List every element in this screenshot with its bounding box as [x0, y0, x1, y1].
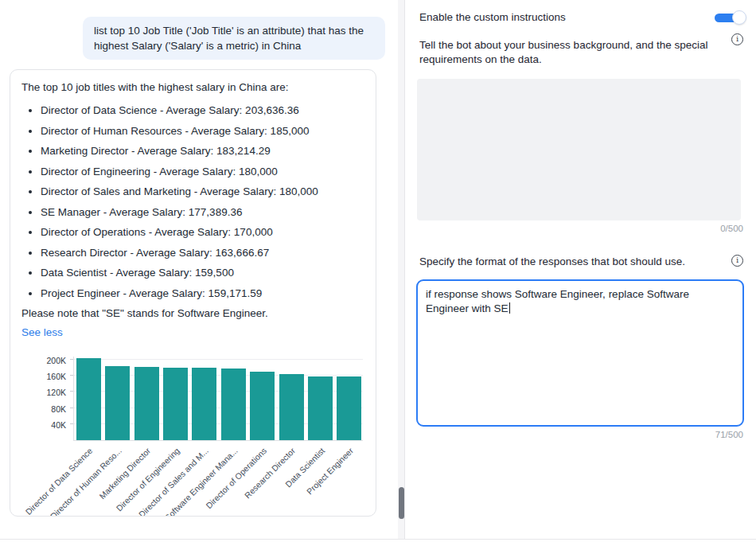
format-counter: 71/500: [417, 430, 743, 439]
response-note: Please note that "SE" stands for Softwar…: [21, 306, 364, 321]
list-item: Project Engineer - Average Salary: 159,1…: [41, 287, 364, 300]
chart-y-axis: 40K80K120K160K200K: [21, 357, 73, 441]
response-intro: The top 10 job titles with the highest s…: [21, 80, 364, 95]
list-item: Research Director - Average Salary: 163,…: [41, 246, 364, 259]
y-axis-tick-label: 200K: [46, 356, 66, 365]
list-item: Director of Data Science - Average Salar…: [41, 103, 364, 117]
bar[interactable]: [337, 376, 361, 440]
bar[interactable]: [192, 368, 216, 440]
x-axis-label: Research Director: [243, 446, 297, 500]
custom-instructions-panel: Enable the custom instructions Tell the …: [406, 0, 756, 539]
toggle-knob: [732, 10, 746, 25]
y-axis-tick-label: 160K: [46, 372, 66, 381]
list-item: Director of Engineering - Average Salary…: [41, 165, 364, 178]
list-item: Director of Operations - Average Salary:…: [41, 225, 364, 239]
format-text: if response shows Software Engineer, rep…: [426, 288, 689, 314]
bar[interactable]: [279, 374, 304, 440]
gridline: [74, 359, 363, 360]
custom-instructions-toggle[interactable]: [715, 10, 746, 25]
bar[interactable]: [76, 358, 101, 440]
x-axis-label: Marketing Director: [97, 446, 152, 501]
see-less-link[interactable]: See less: [21, 326, 63, 338]
bot-response-card: The top 10 job titles with the highest s…: [10, 69, 376, 517]
chat-pane: list top 10 Job Title ('Job Title' is an…: [0, 0, 398, 539]
y-axis-tick-label: 40K: [51, 420, 66, 430]
y-axis-tick-label: 80K: [51, 404, 66, 414]
bar[interactable]: [221, 369, 246, 440]
list-item: Director of Human Resources - Average Sa…: [41, 124, 364, 138]
salary-list: Director of Data Science - Average Salar…: [21, 103, 364, 300]
bar[interactable]: [308, 376, 333, 441]
list-item: SE Manager - Average Salary: 177,389.36: [41, 205, 364, 219]
format-label: Specify the format of the responses that…: [419, 255, 718, 269]
chart-plot: [73, 357, 363, 441]
bottom-divider: [0, 539, 756, 540]
user-message-bubble: list top 10 Job Title ('Job Title' is an…: [83, 17, 385, 60]
format-textarea[interactable]: if response shows Software Engineer, rep…: [416, 279, 744, 427]
y-axis-tick-label: 120K: [46, 388, 66, 397]
salary-bar-chart: 40K80K120K160K200K Director of Data Scie…: [21, 357, 366, 516]
user-message-text: list top 10 Job Title ('Job Title' is an…: [94, 25, 364, 52]
bar[interactable]: [105, 366, 130, 440]
chat-scrollbar[interactable]: [398, 0, 405, 539]
info-icon[interactable]: i: [731, 255, 743, 267]
list-item: Marketing Director - Average Salary: 183…: [41, 144, 364, 158]
background-counter: 0/500: [417, 224, 743, 233]
chart-x-axis: Director of Data ScienceDirector of Huma…: [73, 446, 363, 516]
bar[interactable]: [250, 372, 275, 440]
bar[interactable]: [163, 368, 188, 440]
scrollbar-thumb[interactable]: [399, 487, 404, 519]
custom-instructions-page: list top 10 Job Title ('Job Title' is an…: [0, 0, 756, 546]
info-icon[interactable]: i: [731, 33, 743, 45]
list-item: Director of Sales and Marketing - Averag…: [41, 185, 364, 198]
background-label: Tell the bot about your business backgro…: [419, 38, 718, 67]
chart-body: 40K80K120K160K200K: [21, 357, 366, 441]
background-textarea[interactable]: [417, 79, 741, 220]
list-item: Data Scientist - Average Salary: 159,500: [41, 266, 364, 279]
text-caret: [509, 302, 511, 314]
toggle-label: Enable the custom instructions: [419, 10, 566, 25]
bar[interactable]: [134, 367, 159, 440]
